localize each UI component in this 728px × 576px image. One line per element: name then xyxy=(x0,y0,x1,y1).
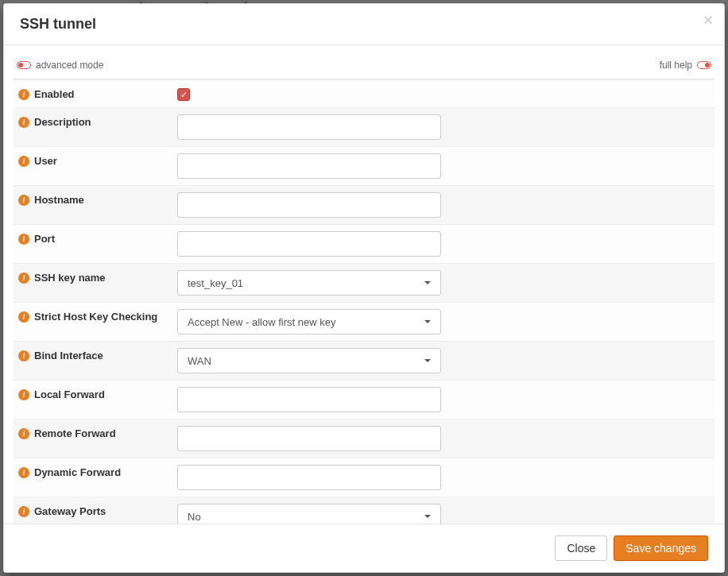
label-description: Description xyxy=(34,116,91,128)
chevron-down-icon xyxy=(424,515,431,518)
label-ssh-key: SSH key name xyxy=(34,272,106,284)
close-button[interactable]: Close xyxy=(555,535,607,561)
row-dynamic-forward: iDynamic Forward xyxy=(14,458,714,497)
info-icon[interactable]: i xyxy=(18,506,29,517)
enabled-checkbox[interactable]: ✓ xyxy=(177,88,190,101)
row-strict-host: iStrict Host Key Checking Accept New - a… xyxy=(14,303,714,342)
row-local-forward: iLocal Forward xyxy=(14,381,714,419)
info-icon[interactable]: i xyxy=(18,428,29,439)
row-gateway-ports: iGateway Ports No xyxy=(14,497,714,524)
label-enabled: Enabled xyxy=(34,88,75,100)
row-remote-forward: iRemote Forward xyxy=(14,419,714,458)
row-description: iDescription xyxy=(14,108,714,147)
full-help-label: full help xyxy=(660,60,692,71)
remote-forward-input[interactable] xyxy=(177,426,441,451)
advanced-mode-toggle[interactable]: advanced mode xyxy=(17,60,103,71)
modal-body: advanced mode full help iEnabled ✓ iDesc… xyxy=(4,45,724,524)
user-input[interactable] xyxy=(177,153,441,179)
info-icon[interactable]: i xyxy=(18,311,29,323)
mode-bar: advanced mode full help xyxy=(14,55,714,79)
chevron-down-icon xyxy=(424,359,431,362)
gateway-ports-value: No xyxy=(188,511,201,523)
ssh-key-value: test_key_01 xyxy=(188,277,243,289)
port-input[interactable] xyxy=(177,231,441,257)
row-port: iPort xyxy=(14,225,714,264)
close-icon[interactable]: × xyxy=(703,12,713,28)
description-input[interactable] xyxy=(177,114,441,140)
form-table: iEnabled ✓ iDescription iUser iHostname … xyxy=(14,79,714,524)
info-icon[interactable]: i xyxy=(18,350,29,361)
gateway-ports-select[interactable]: No xyxy=(177,504,441,524)
info-icon[interactable]: i xyxy=(18,156,29,167)
label-strict-host: Strict Host Key Checking xyxy=(34,311,157,323)
label-port: Port xyxy=(34,233,55,245)
label-local-forward: Local Forward xyxy=(34,389,105,400)
full-help-toggle[interactable]: full help xyxy=(660,60,711,71)
bind-interface-select[interactable]: WAN xyxy=(177,348,441,373)
label-user: User xyxy=(34,155,57,167)
info-icon[interactable]: i xyxy=(18,89,29,100)
chevron-down-icon xyxy=(424,320,431,323)
label-dynamic-forward: Dynamic Forward xyxy=(34,466,121,478)
save-button[interactable]: Save changes xyxy=(614,535,708,561)
modal-header: SSH tunnel × xyxy=(4,4,724,45)
strict-host-select[interactable]: Accept New - allow first new key xyxy=(177,309,441,334)
info-icon[interactable]: i xyxy=(18,117,29,128)
advanced-mode-label: advanced mode xyxy=(36,60,103,71)
modal-footer: Close Save changes xyxy=(4,524,724,572)
toggle-off-icon xyxy=(697,61,711,69)
row-ssh-key: iSSH key name test_key_01 xyxy=(14,264,714,303)
info-icon[interactable]: i xyxy=(18,273,29,284)
label-bind-interface: Bind Interface xyxy=(34,350,103,361)
row-hostname: iHostname xyxy=(14,186,714,225)
strict-host-value: Accept New - allow first new key xyxy=(188,316,335,328)
toggle-off-icon xyxy=(17,61,31,69)
info-icon[interactable]: i xyxy=(18,389,29,400)
label-hostname: Hostname xyxy=(34,194,84,206)
row-user: iUser xyxy=(14,147,714,186)
dynamic-forward-input[interactable] xyxy=(177,465,441,490)
modal-title: SSH tunnel xyxy=(20,16,708,33)
local-forward-input[interactable] xyxy=(177,387,441,412)
info-icon[interactable]: i xyxy=(18,234,29,245)
ssh-tunnel-modal: SSH tunnel × advanced mode full help iEn… xyxy=(3,3,725,573)
ssh-key-select[interactable]: test_key_01 xyxy=(177,270,441,296)
hostname-input[interactable] xyxy=(177,192,441,218)
label-gateway-ports: Gateway Ports xyxy=(34,505,106,517)
row-bind-interface: iBind Interface WAN xyxy=(14,342,714,381)
chevron-down-icon xyxy=(424,281,431,284)
info-icon[interactable]: i xyxy=(18,195,29,206)
info-icon[interactable]: i xyxy=(18,467,29,478)
label-remote-forward: Remote Forward xyxy=(34,427,116,439)
bind-interface-value: WAN xyxy=(188,355,211,367)
row-enabled: iEnabled ✓ xyxy=(14,80,714,108)
